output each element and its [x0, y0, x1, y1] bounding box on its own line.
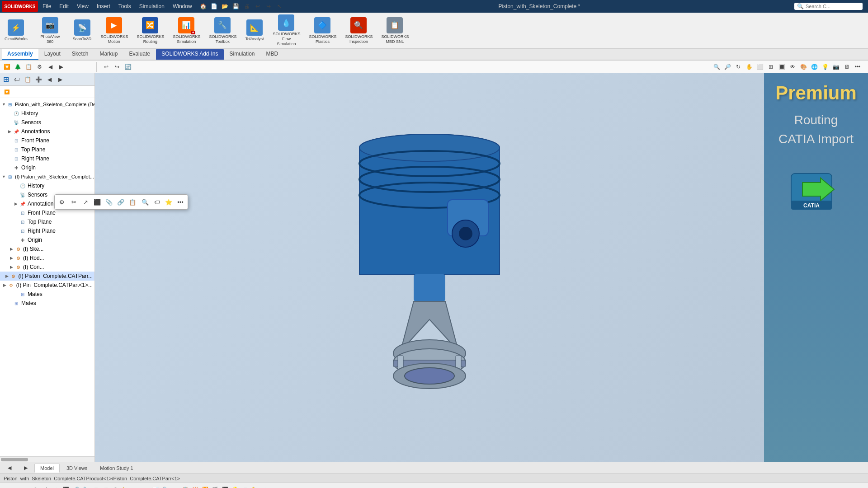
- bt-explode2-icon[interactable]: 🔀: [201, 485, 210, 488]
- tree-front-plane-2[interactable]: ⊡ Front Plane: [0, 208, 94, 217]
- bottom-nav-left[interactable]: ◀: [2, 463, 17, 473]
- plus-icon[interactable]: ➕: [33, 75, 43, 84]
- ctx-chain-icon[interactable]: 🔗: [115, 197, 126, 207]
- tab-markup[interactable]: Markup: [94, 49, 123, 60]
- tree-top-plane-2[interactable]: ⊡ Top Plane: [0, 217, 94, 226]
- menu-edit[interactable]: Edit: [56, 2, 72, 10]
- zoom-icon[interactable]: 🔎: [722, 62, 732, 72]
- bt-select-icon[interactable]: ↖: [2, 485, 11, 488]
- tree-skeleton[interactable]: ▶ ⚙ (f) Ske...: [0, 244, 94, 253]
- menu-window[interactable]: Window: [169, 2, 196, 10]
- tree-top-plane-1[interactable]: ⊡ Top Plane: [0, 145, 94, 154]
- catia-logo[interactable]: CATIA: [789, 160, 843, 214]
- select-icon[interactable]: ↖: [274, 1, 284, 11]
- tree-right-plane-2[interactable]: ⊡ Right Plane: [0, 226, 94, 235]
- search-area[interactable]: 🔍: [794, 3, 863, 10]
- bt-more-icon[interactable]: ⬛: [221, 485, 230, 488]
- tab-assembly[interactable]: Assembly: [2, 49, 38, 60]
- bt-cursor-icon[interactable]: ↗: [22, 485, 31, 488]
- tree-piston-complete[interactable]: ▶ ⚙ (f) Piston_Complete.CATParr...: [0, 272, 94, 281]
- bt-triad-icon[interactable]: ⊕: [52, 485, 61, 488]
- tree-piston-assembly[interactable]: ▼ ⊞ (f) Piston_with_Skeleton_Complet...: [0, 172, 94, 181]
- view-section-icon[interactable]: ⊞: [766, 62, 776, 72]
- new-icon[interactable]: 📄: [209, 1, 219, 11]
- tree-annotations-1[interactable]: ▶ 📌 Annotations: [0, 127, 94, 136]
- toolbar-sw-flow[interactable]: 💧 SOLIDWORKS Flow Simulation: [270, 13, 302, 48]
- lights-icon[interactable]: 💡: [820, 62, 830, 72]
- undo-view-icon[interactable]: ↩: [101, 62, 111, 72]
- menu-file[interactable]: File: [39, 2, 55, 10]
- bt-eval-icon[interactable]: 📊: [151, 485, 160, 488]
- bt-section2-icon[interactable]: ⊞: [241, 485, 250, 488]
- bt-smart-icon[interactable]: 🔧: [81, 485, 90, 488]
- toolbar-scanto3d[interactable]: 📡 ScanTo3D: [70, 18, 94, 43]
- redo-icon[interactable]: ↪: [264, 1, 274, 11]
- bt-animation-icon[interactable]: 🎬: [211, 485, 220, 488]
- tree-history-1[interactable]: 🕐 History: [0, 109, 94, 118]
- save-icon[interactable]: 💾: [231, 1, 241, 11]
- open-icon[interactable]: 📂: [220, 1, 230, 11]
- bt-component-icon[interactable]: ⬛: [61, 485, 71, 488]
- scene-icon[interactable]: 🌐: [809, 62, 819, 72]
- appearance-icon[interactable]: 🎨: [798, 62, 808, 72]
- bt-mate-icon[interactable]: 🔗: [71, 485, 80, 488]
- tree-right-plane-1[interactable]: ⊡ Right Plane: [0, 154, 94, 163]
- zoom-fit-icon[interactable]: 🔍: [712, 62, 722, 72]
- nav-icon[interactable]: ◀: [44, 75, 54, 84]
- pan-icon[interactable]: ✋: [744, 62, 754, 72]
- menu-view[interactable]: View: [73, 2, 92, 10]
- tree-rod[interactable]: ▶ ⚙ (f) Rod...: [0, 253, 94, 263]
- config-manager-icon[interactable]: 📋: [23, 75, 33, 84]
- tree-pin-complete[interactable]: ▶ ⚙ (f) Pin_Complete.CATPart<1>...: [0, 281, 94, 290]
- search-input[interactable]: [806, 4, 860, 9]
- bottom-nav-right[interactable]: ▶: [18, 463, 33, 473]
- undo-icon[interactable]: ↩: [253, 1, 263, 11]
- nav-icon-r[interactable]: ▶: [55, 75, 65, 84]
- menu-simulation[interactable]: Simulation: [136, 2, 168, 10]
- bt-mirror-icon[interactable]: ⬚: [101, 485, 110, 488]
- tree-icon[interactable]: 🌲: [13, 62, 23, 72]
- ctx-link-icon[interactable]: 📎: [104, 197, 114, 207]
- tab-sketch[interactable]: Sketch: [66, 49, 94, 60]
- bt-mbd-icon[interactable]: 📋: [181, 485, 190, 488]
- tree-origin-1[interactable]: ✚ Origin: [0, 163, 94, 172]
- property-manager-icon[interactable]: 🏷: [12, 75, 22, 84]
- tab-motion-study[interactable]: Motion Study 1: [94, 464, 139, 473]
- ctx-hide-icon[interactable]: ⬛: [92, 197, 103, 207]
- bt-analyze-icon[interactable]: 🔍: [161, 485, 170, 488]
- bt-measure-icon[interactable]: 📏: [250, 485, 259, 488]
- toolbar-sw-simulation[interactable]: 📊 ★ SOLIDWORKS Simulation: [170, 15, 203, 46]
- hide-show-icon[interactable]: 👁: [788, 62, 797, 72]
- toolbar-sw-routing[interactable]: 🔀 SOLIDWORKS Routing: [134, 15, 166, 46]
- ctx-dots-icon[interactable]: •••: [175, 197, 186, 207]
- bt-pattern-icon[interactable]: ⊞: [91, 485, 100, 488]
- nav-right-icon[interactable]: ▶: [56, 62, 66, 72]
- bt-move-icon[interactable]: ✛: [42, 485, 51, 488]
- home-icon[interactable]: 🏠: [198, 1, 208, 11]
- feature-manager-icon[interactable]: ⊞: [1, 75, 11, 84]
- toolbar-toolbox[interactable]: 🔧 SOLIDWORKS Toolbox: [206, 15, 239, 46]
- left-scrollbar[interactable]: [0, 456, 94, 462]
- viewport[interactable]: [95, 73, 764, 462]
- bt-lights2-icon[interactable]: 💡: [231, 485, 240, 488]
- tab-evaluate[interactable]: Evaluate: [123, 49, 156, 60]
- tree-origin-2[interactable]: ✚ Origin: [0, 235, 94, 244]
- tree-filter-icon[interactable]: 🔽: [2, 87, 12, 97]
- more-icon[interactable]: •••: [853, 62, 863, 72]
- tab-layout[interactable]: Layout: [39, 49, 66, 60]
- tab-mbd[interactable]: MBD: [261, 49, 284, 60]
- tab-sw-addins[interactable]: SOLIDWORKS Add-Ins: [156, 49, 223, 60]
- tab-model[interactable]: Model: [34, 464, 60, 473]
- redo-view-icon[interactable]: ↪: [112, 62, 122, 72]
- bt-dim-icon[interactable]: ↔: [131, 485, 140, 488]
- menu-tools[interactable]: Tools: [115, 2, 135, 10]
- ctx-search-icon[interactable]: 🔍: [140, 197, 151, 207]
- toolbar-sw-motion[interactable]: ▶ SOLIDWORKS Motion: [98, 15, 130, 46]
- ctx-settings-icon[interactable]: ⚙: [57, 197, 67, 207]
- rotate-icon[interactable]: ↻: [733, 62, 743, 72]
- ctx-cut-icon[interactable]: ✂: [68, 197, 79, 207]
- toolbar-sw-inspection[interactable]: 🔍 SOLIDWORKS Inspection: [342, 15, 375, 46]
- menu-insert[interactable]: Insert: [93, 2, 114, 10]
- nav-left-icon[interactable]: ◀: [45, 62, 55, 72]
- toolbar-sw-mbd[interactable]: 📋 SOLIDWORKS MBD SNL: [378, 15, 411, 46]
